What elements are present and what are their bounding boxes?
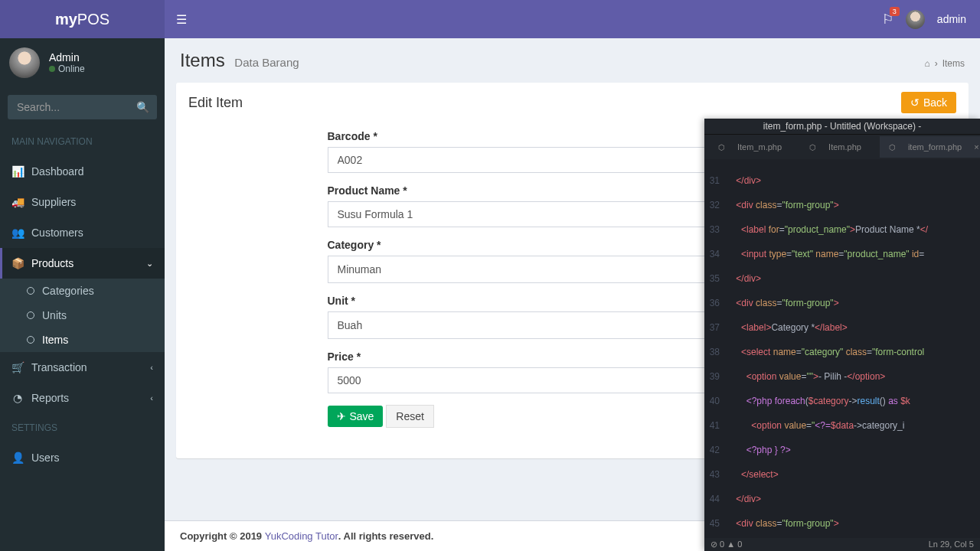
nav-dashboard[interactable]: 📊Dashboard: [0, 156, 165, 187]
menu-toggle-button[interactable]: ☰: [165, 0, 198, 38]
editor-code[interactable]: 31 </div> 32 <div class="form-group"> 33…: [704, 159, 980, 538]
page-header: Items Data Barang ⌂›Items: [165, 38, 980, 83]
dashboard-icon[interactable]: ⌂: [924, 58, 929, 69]
undo-icon: ↺: [910, 96, 920, 109]
close-icon[interactable]: ×: [969, 139, 980, 155]
reset-button[interactable]: Reset: [386, 405, 434, 428]
php-icon: ⬡: [714, 140, 730, 155]
chevron-left-icon: ‹: [150, 393, 153, 403]
sidebar: Admin Online 🔍 MAIN NAVIGATION 📊Dashboar…: [0, 38, 165, 551]
editor-tabs: ⬡Item_m.php ⬡Item.php ⬡item_form.php ×: [704, 135, 980, 159]
pie-icon: ◔: [11, 392, 24, 404]
nav-transaction[interactable]: 🛒Transaction‹: [0, 352, 165, 383]
user-panel: Admin Online: [0, 38, 165, 87]
editor-tab[interactable]: ⬡Item_m.php: [709, 136, 791, 158]
back-button[interactable]: ↺Back: [901, 92, 956, 113]
editor-tab[interactable]: ⬡Item.php: [800, 136, 871, 158]
box-title: Edit Item: [188, 95, 243, 111]
topbar-username[interactable]: admin: [937, 13, 966, 25]
user-icon: 👤: [11, 452, 24, 464]
nav-items[interactable]: Items: [0, 328, 165, 352]
nav-users[interactable]: 👤Users: [0, 442, 165, 473]
paper-plane-icon: ✈: [337, 410, 346, 422]
editor-statusbar: ⊘ 0 ▲ 0 Ln 29, Col 5: [704, 538, 980, 551]
logo[interactable]: myPOS: [0, 0, 165, 38]
users-icon: 👥: [11, 227, 24, 239]
search-input[interactable]: [8, 95, 157, 119]
save-button[interactable]: ✈Save: [328, 406, 384, 427]
breadcrumb: ⌂›Items: [924, 58, 965, 69]
avatar: [9, 47, 40, 78]
nav-units[interactable]: Units: [0, 303, 165, 328]
nav-products[interactable]: 📦Products⌄: [0, 248, 165, 279]
nav-categories[interactable]: Categories: [0, 279, 165, 303]
php-icon: ⬡: [884, 140, 900, 155]
editor-tab-active[interactable]: ⬡item_form.php ×: [880, 136, 980, 158]
products-submenu: Categories Units Items: [0, 279, 165, 352]
nav-suppliers[interactable]: 🚚Suppliers: [0, 187, 165, 217]
main-nav: 📊Dashboard 🚚Suppliers 👥Customers 📦Produc…: [0, 156, 165, 413]
nav-header-settings: SETTINGS: [0, 413, 165, 442]
topbar: myPOS ☰ ⚐3 admin: [0, 0, 980, 38]
page-title: Items Data Barang: [180, 50, 299, 71]
search-icon[interactable]: 🔍: [136, 101, 149, 113]
dashboard-icon: 📊: [11, 165, 24, 178]
user-status: Online: [49, 64, 85, 74]
chevron-left-icon: ‹: [150, 363, 153, 372]
circle-icon: [27, 287, 34, 295]
user-name: Admin: [49, 51, 85, 64]
cart-icon: 🛒: [11, 361, 24, 373]
notification-badge: 3: [890, 7, 900, 16]
code-editor-window: item_form.php - Untitled (Workspace) - ⬡…: [704, 119, 980, 551]
circle-icon: [27, 311, 34, 319]
nav-reports[interactable]: ◔Reports‹: [0, 383, 165, 413]
archive-icon: 📦: [11, 257, 24, 269]
truck-icon: 🚚: [11, 196, 24, 208]
sidebar-search: 🔍: [8, 95, 157, 119]
chevron-down-icon: ⌄: [146, 259, 153, 269]
notifications-button[interactable]: ⚐3: [882, 11, 893, 28]
nav-customers[interactable]: 👥Customers: [0, 217, 165, 248]
editor-titlebar[interactable]: item_form.php - Untitled (Workspace) -: [704, 119, 980, 135]
nav-header: MAIN NAVIGATION: [0, 127, 165, 156]
php-icon: ⬡: [805, 140, 821, 155]
circle-icon: [27, 336, 34, 344]
avatar[interactable]: [906, 10, 925, 29]
footer-link[interactable]: YukCoding Tutor: [265, 530, 338, 542]
